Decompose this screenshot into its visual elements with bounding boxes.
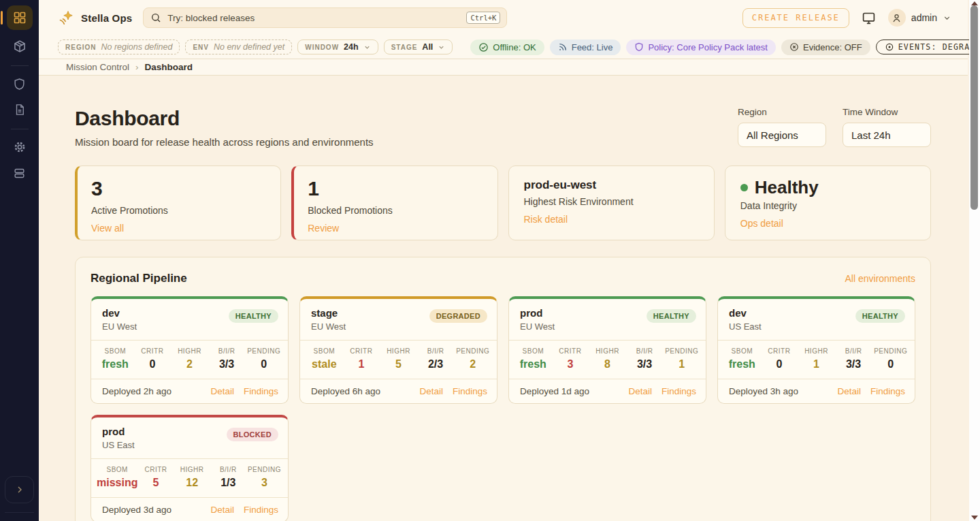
- detail-link[interactable]: Detail: [210, 386, 234, 396]
- status-badge: BLOCKED: [227, 428, 279, 441]
- sidebar-divider: [11, 129, 29, 129]
- deployed-ago-text: Deployed 3h ago: [729, 386, 798, 396]
- region-select[interactable]: All Regions: [738, 123, 826, 147]
- pipeline-cards-grid: dev EU West HEALTHY SBOMfreshCRITR0HIGHR…: [91, 296, 915, 521]
- time-window-select[interactable]: Last 24h: [843, 123, 931, 147]
- view-all-link[interactable]: View all: [91, 223, 124, 234]
- stat-sbom: SBOMfresh: [97, 347, 134, 370]
- data-integrity-label: Data Integrity: [740, 200, 915, 211]
- active-promotions-label: Active Promotions: [91, 205, 265, 216]
- data-integrity-status: Healthy: [755, 178, 819, 196]
- sidebar-item-settings[interactable]: [7, 135, 33, 159]
- findings-link[interactable]: Findings: [870, 386, 905, 396]
- events-status-chip[interactable]: EVENTS: DEGRADED: [876, 40, 980, 54]
- region-filter-chip[interactable]: REGION No regions defined: [58, 40, 180, 54]
- stat-highr: HIGHR1: [798, 347, 835, 370]
- stat-pending: PENDING0: [872, 347, 909, 370]
- pipeline-card: dev EU West HEALTHY SBOMfreshCRITR0HIGHR…: [91, 296, 289, 404]
- pipeline-region: EU West: [102, 321, 278, 332]
- all-environments-link[interactable]: All environments: [845, 273, 916, 284]
- evidence-status-label: Evidence: OFF: [803, 42, 862, 52]
- active-promotions-card: 3 Active Promotions View all: [75, 165, 281, 240]
- target-icon: [885, 42, 894, 52]
- highest-risk-env: prod-eu-west: [524, 178, 699, 192]
- stat-critr: CRITR1: [343, 347, 380, 370]
- pipeline-stats: SBOMstaleCRITR1HIGHR5B/I/R2/3PENDING2: [300, 340, 497, 379]
- highest-risk-card: prod-eu-west Highest Risk Environment Ri…: [508, 165, 715, 240]
- document-icon: [14, 104, 26, 116]
- ops-detail-link[interactable]: Ops detail: [740, 218, 783, 229]
- window-filter-dropdown[interactable]: WINDOW 24h: [297, 40, 378, 54]
- offline-status-label: Offline: OK: [493, 42, 536, 52]
- pipeline-stats: SBOMfreshCRITR3HIGHR8B/I/R3/3PENDING1: [509, 340, 706, 379]
- status-badge: DEGRADED: [429, 309, 487, 323]
- deployed-ago-text: Deployed 3d ago: [102, 505, 172, 515]
- feed-status-label: Feed: Live: [572, 42, 613, 52]
- data-integrity-card: Healthy Data Integrity Ops detail: [725, 165, 931, 240]
- breadcrumb-mission-control[interactable]: Mission Control: [66, 62, 129, 72]
- feed-status-chip[interactable]: Feed: Live: [550, 40, 621, 55]
- global-search-input[interactable]: Try: blocked releases Ctrl+K: [143, 7, 507, 28]
- sidebar-expand-button[interactable]: [5, 476, 34, 503]
- stat-pending: PENDING0: [245, 347, 282, 370]
- sidebar-item-documents[interactable]: [7, 97, 33, 122]
- offline-status-chip[interactable]: Offline: OK: [470, 40, 544, 55]
- risk-detail-link[interactable]: Risk detail: [524, 214, 568, 225]
- review-link[interactable]: Review: [308, 223, 339, 234]
- stat-bir: B/I/R3/3: [626, 347, 664, 370]
- evidence-status-chip[interactable]: Evidence: OFF: [781, 40, 870, 55]
- scrollbar-thumb[interactable]: [970, 5, 978, 210]
- search-placeholder: Try: blocked releases: [167, 13, 255, 23]
- pipeline-stats: SBOMfreshCRITR0HIGHR2B/I/R3/3PENDING0: [91, 340, 288, 379]
- blocked-promotions-count: 1: [308, 178, 482, 199]
- sidebar-item-security[interactable]: [7, 72, 33, 96]
- policy-status-chip[interactable]: Policy: Core Policy Pack latest: [626, 40, 776, 55]
- stat-pending: PENDING2: [454, 347, 491, 370]
- create-release-button[interactable]: CREATE RELEASE: [742, 8, 849, 28]
- user-menu[interactable]: admin: [888, 9, 951, 27]
- breadcrumb-dashboard: Dashboard: [145, 62, 193, 72]
- stat-critr: CRITR0: [134, 347, 172, 370]
- region-chip-value: No regions defined: [101, 42, 172, 52]
- stat-highr: HIGHR8: [589, 347, 626, 370]
- window-chip-value: 24h: [344, 42, 359, 52]
- detail-link[interactable]: Detail: [628, 386, 652, 396]
- time-window-filter: Time Window Last 24h: [843, 107, 931, 148]
- brand-name: Stella Ops: [81, 12, 132, 24]
- stat-highr: HIGHR5: [380, 347, 417, 370]
- pipeline-region: EU West: [520, 321, 696, 332]
- pipeline-region: US East: [729, 321, 905, 332]
- stat-sbom: SBOMmissing: [97, 466, 137, 489]
- active-promotions-count: 3: [91, 178, 265, 199]
- stage-filter-dropdown[interactable]: STAGE All: [384, 40, 453, 54]
- stat-bir: B/I/R2/3: [417, 347, 455, 370]
- env-chip-value: No env defined yet: [214, 42, 284, 52]
- scroll-down-arrow-icon[interactable]: [971, 516, 978, 520]
- brand: Stella Ops: [58, 10, 132, 26]
- detail-link[interactable]: Detail: [210, 505, 234, 515]
- findings-link[interactable]: Findings: [662, 386, 696, 396]
- user-avatar-icon: [888, 9, 906, 27]
- findings-link[interactable]: Findings: [453, 386, 487, 396]
- stat-critr: CRITR0: [761, 347, 798, 370]
- findings-link[interactable]: Findings: [244, 386, 278, 396]
- detail-link[interactable]: Detail: [419, 386, 443, 396]
- page-title: Dashboard: [75, 107, 374, 130]
- sidebar-item-infrastructure[interactable]: [7, 161, 33, 185]
- shield-icon: [634, 42, 644, 52]
- sidebar-item-dashboard[interactable]: [7, 5, 33, 30]
- detail-link[interactable]: Detail: [837, 386, 861, 396]
- stat-bir: B/I/R1/3: [210, 466, 246, 489]
- env-filter-chip[interactable]: ENV No env defined yet: [185, 40, 292, 54]
- env-chip-label: ENV: [193, 44, 209, 51]
- chevron-down-icon: [363, 44, 371, 51]
- page-scrollbar[interactable]: [969, 0, 980, 521]
- brand-logo-icon: [58, 10, 74, 26]
- deployed-ago-text: Deployed 2h ago: [102, 386, 172, 396]
- rss-icon: [558, 42, 568, 52]
- stat-sbom: SBOMfresh: [514, 347, 552, 370]
- monitor-icon[interactable]: [862, 11, 876, 25]
- findings-link[interactable]: Findings: [244, 505, 278, 515]
- sidebar-item-artifacts[interactable]: [7, 34, 33, 59]
- topbar: Stella Ops Try: blocked releases Ctrl+K …: [39, 0, 968, 35]
